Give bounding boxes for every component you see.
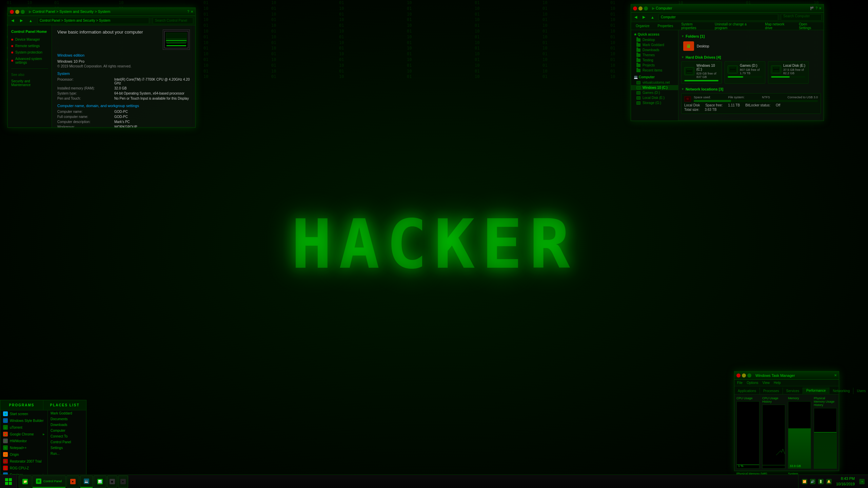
sidebar-item-security[interactable]: Security and Maintenance [8, 78, 52, 88]
maximize-button[interactable] [21, 10, 25, 14]
sidebar-projects[interactable]: Projects [631, 63, 678, 68]
maximize-button[interactable] [747, 373, 751, 378]
sm-documents[interactable]: Documents [48, 416, 86, 422]
taskbar-misc2[interactable]: ● [118, 475, 128, 488]
sm-windows-style-builder[interactable]: W Windows Style Builder [0, 417, 47, 424]
help-icon[interactable]: ? [815, 6, 817, 10]
sidebar-item-advanced[interactable]: Advanced system settings [8, 56, 52, 66]
start-button[interactable] [0, 475, 17, 488]
sidebar-local-disk-e[interactable]: Local Disk (E:) [631, 95, 678, 100]
sidebar-storage-g[interactable]: Storage (G:) [631, 100, 678, 105]
tab-processes[interactable]: Processes [760, 388, 783, 394]
taskbar-clock[interactable]: 8:43 PM 10/16/2019 [834, 476, 856, 487]
sidebar-virtualcustoms[interactable]: virtualcustoms.net [631, 80, 678, 85]
sm-computer[interactable]: Computer [48, 428, 86, 433]
sm-settings[interactable]: Settings [48, 445, 86, 451]
sm-downloads[interactable]: Downloads [48, 422, 86, 428]
search-placeholder: Search Control Panel [155, 19, 187, 22]
open-settings-menu[interactable]: Open Settings [797, 22, 820, 30]
help-icon[interactable]: ? [187, 10, 189, 14]
sidebar-themes[interactable]: Themes [631, 53, 678, 58]
sm-restorator[interactable]: R Restorator 2007 Trial [0, 458, 47, 465]
sidebar-downloads[interactable]: Downloads [631, 47, 678, 53]
sm-hwmonitor[interactable]: H HWMonitor [0, 438, 47, 444]
uninstall-menu[interactable]: Uninstall or change a program [713, 22, 758, 30]
tab-networking[interactable]: Networking [829, 388, 853, 394]
tab-performance[interactable]: Performance [803, 387, 829, 394]
sm-utorrent[interactable]: μ uTorrent [0, 424, 47, 431]
sm-rog-cpuz[interactable]: R ROG CPU-Z [0, 465, 47, 471]
close-icon[interactable]: ✕ [191, 10, 193, 14]
file-menu[interactable]: File [737, 381, 743, 385]
close-icon[interactable]: ✕ [819, 6, 822, 10]
sm-control-panel[interactable]: Control Panel [48, 439, 86, 445]
tab-services[interactable]: Services [783, 388, 803, 394]
close-button[interactable] [736, 373, 741, 378]
up-button[interactable]: ▲ [27, 18, 34, 23]
system-properties-menu[interactable]: System properties [680, 22, 708, 30]
tab-users[interactable]: Users [853, 388, 868, 394]
sidebar-testing[interactable]: Testing [631, 58, 678, 63]
sm-services[interactable]: S Services ▶ [0, 471, 47, 474]
sm-google-chrome[interactable]: ● Google Chrome ▶ [0, 431, 47, 438]
view-menu[interactable]: View [763, 381, 770, 385]
address-bar[interactable]: Control Panel > System and Security > Sy… [37, 17, 149, 24]
close-icon[interactable]: ✕ [834, 373, 837, 377]
minimize-button[interactable] [15, 10, 19, 14]
fe-address-text: Computer [661, 15, 676, 19]
properties-menu[interactable]: Properties [656, 23, 675, 28]
fe-address-bar[interactable]: Computer [658, 14, 778, 21]
programs-header: PROGRAMS [0, 400, 43, 410]
taskbar-task-manager[interactable]: 📊 [94, 475, 106, 488]
map-network-menu[interactable]: Map network drive [764, 22, 792, 30]
sm-notepadpp[interactable]: N Notepad++ [0, 444, 47, 451]
sm-mark-goddard[interactable]: Mark Goddard [48, 410, 86, 416]
taskbar-file-explorer[interactable]: 📁 [19, 475, 32, 488]
sidebar-item-remote-settings[interactable]: Remote settings [8, 43, 52, 49]
sidebar-recent-items[interactable]: Recent items [631, 68, 678, 73]
organize-menu[interactable]: Organize [634, 23, 651, 28]
search-box[interactable]: Search Control Panel [153, 17, 193, 24]
systray-volume[interactable]: 🔊 [810, 479, 815, 484]
drive-d[interactable]: Games (D:) 807 GB free of 1.79 TB [725, 61, 765, 84]
show-desktop[interactable]: ▪ [859, 479, 865, 484]
back-button[interactable]: ◀ [10, 18, 15, 23]
up-button[interactable]: ▲ [649, 15, 656, 20]
desktop-folder[interactable]: 🖥 Desktop [681, 40, 711, 52]
forward-button[interactable]: ▶ [19, 18, 24, 23]
sm-origin[interactable]: O Origin [0, 451, 47, 458]
minimize-button[interactable] [638, 6, 643, 11]
taskbar-browser[interactable]: ● [66, 475, 79, 488]
close-button[interactable] [633, 6, 637, 11]
sidebar-item-system-protection[interactable]: System protection [8, 49, 52, 56]
hwmonitor-icon: H [3, 439, 8, 443]
options-menu[interactable]: Options [747, 381, 758, 385]
drives-grid: Windows 10 (C:) 829 GB free of 837 GB [681, 61, 821, 84]
computer-header[interactable]: 💻 Computer [631, 74, 678, 80]
systray-battery[interactable]: 🔋 [818, 479, 824, 484]
systray-network[interactable]: 📶 [802, 479, 807, 484]
sidebar-item-device-manager[interactable]: Device Manager [8, 36, 52, 43]
tab-applications[interactable]: Applications [734, 388, 760, 394]
taskbar-control-panel[interactable]: ⚙ Control Panel [32, 475, 66, 488]
systray-notification[interactable]: 🔔 [826, 479, 832, 484]
quick-access-header[interactable]: ★ Quick access [631, 32, 678, 37]
taskbar-misc1[interactable]: ◆ [107, 475, 117, 488]
taskbar-computer[interactable]: 💻 [80, 475, 93, 488]
sidebar-windows10-c[interactable]: Windows 10 (C:) [631, 85, 678, 90]
drive-c[interactable]: Windows 10 (C:) 829 GB free of 837 GB [681, 61, 722, 84]
sidebar-mark-goddard[interactable]: Mark Goddard [631, 42, 678, 47]
maximize-button[interactable] [644, 6, 648, 11]
forward-button[interactable]: ▶ [641, 14, 647, 20]
sidebar-desktop[interactable]: Desktop [631, 37, 678, 42]
sm-run[interactable]: Run... [48, 451, 86, 456]
help-menu[interactable]: Help [774, 381, 781, 385]
sidebar-games-d[interactable]: Games (D:) [631, 90, 678, 95]
sm-start-screen[interactable]: ⊞ Start screen [0, 410, 47, 417]
drive-e[interactable]: Local Disk (E:) 37.5 GB free of 82.2 GB [768, 61, 809, 84]
minimize-button[interactable] [742, 373, 746, 378]
fe-search-box[interactable]: Search Computer [781, 14, 822, 21]
back-button[interactable]: ◀ [633, 14, 638, 20]
close-button[interactable] [10, 10, 14, 14]
sm-connect-to[interactable]: Connect To [48, 433, 86, 439]
